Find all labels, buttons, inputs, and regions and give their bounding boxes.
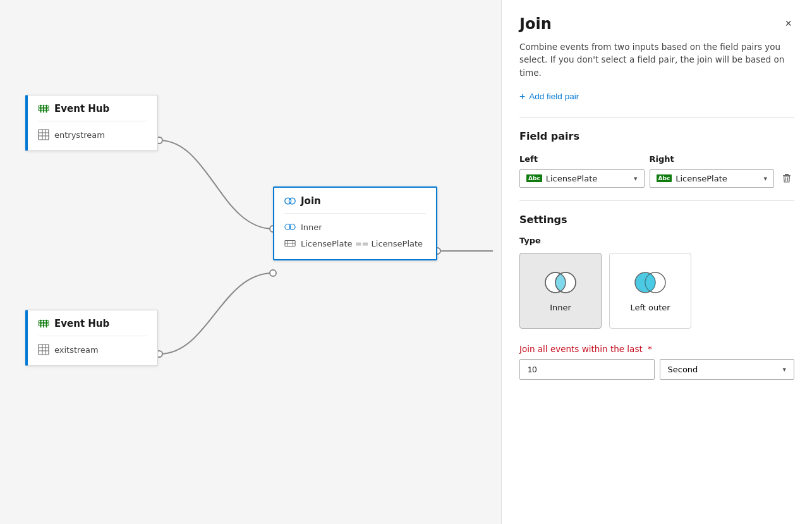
svg-point-3: [270, 270, 276, 276]
join-node-title: Join: [284, 195, 426, 207]
svg-rect-17: [40, 320, 42, 328]
left-outer-venn-diagram: [631, 269, 669, 296]
left-field-dropdown[interactable]: Abc LicensePlate ▾: [519, 169, 645, 188]
right-dropdown-chevron: ▾: [763, 174, 767, 183]
type-cards: Inner: [519, 253, 794, 329]
panel-header: Join ×: [519, 15, 794, 33]
exit-hub-title-text: Event Hub: [54, 318, 109, 329]
condition-icon: [284, 238, 296, 249]
svg-point-26: [289, 198, 295, 204]
svg-rect-19: [46, 320, 47, 328]
svg-rect-20: [39, 344, 49, 355]
join-condition-row: LicensePlate == LicensePlate: [284, 235, 426, 252]
inner-type-card[interactable]: Inner: [519, 253, 602, 329]
table-icon-exit: [38, 344, 49, 355]
settings-section: Settings Type: [519, 214, 794, 380]
connections-svg: [0, 0, 501, 524]
field-pairs-section: Field pairs Left Right Abc LicensePlate …: [519, 130, 794, 188]
left-column-label: Left: [519, 154, 538, 164]
inner-venn-diagram: [542, 269, 579, 296]
table-icon-entry: [38, 129, 49, 140]
join-node-title-text: Join: [301, 195, 321, 207]
divider-2: [519, 200, 794, 201]
join-number-input[interactable]: [519, 359, 655, 380]
divider-1: [519, 117, 794, 118]
join-venn-icon: [284, 195, 296, 207]
left-outer-type-card[interactable]: Left outer: [609, 253, 691, 329]
exit-hub-stream: exitstream: [38, 341, 147, 358]
canvas-area: Event Hub entrystream: [0, 0, 501, 524]
required-asterisk: *: [648, 344, 652, 354]
left-dropdown-chevron: ▾: [634, 174, 638, 183]
eventhub-icon-2: [38, 318, 49, 329]
left-abc-badge: Abc: [526, 174, 542, 182]
svg-rect-10: [39, 130, 49, 140]
join-unit-dropdown[interactable]: Second ▾: [660, 359, 795, 380]
right-field-dropdown[interactable]: Abc LicensePlate ▾: [650, 169, 775, 188]
right-abc-badge: Abc: [657, 174, 672, 182]
svg-rect-18: [43, 320, 44, 328]
left-outer-type-label: Left outer: [630, 303, 670, 312]
trash-icon: [782, 173, 792, 183]
join-events-row: Join all events within the last * Second…: [519, 344, 794, 380]
field-pairs-title: Field pairs: [519, 130, 794, 142]
exit-hub-node[interactable]: Event Hub exitstream: [25, 310, 158, 366]
right-panel: Join × Combine events from two inputs ba…: [501, 0, 812, 524]
exit-stream-label: exitstream: [54, 345, 99, 355]
field-pair-row: Abc LicensePlate ▾ Abc LicensePlate ▾: [519, 169, 794, 188]
inner-join-icon: [284, 221, 296, 233]
add-field-pair-button[interactable]: + Add field pair: [519, 92, 579, 102]
panel-title: Join: [519, 15, 552, 33]
exit-hub-title: Event Hub: [38, 318, 147, 329]
entry-hub-stream: entrystream: [38, 126, 147, 143]
svg-rect-7: [40, 105, 42, 113]
add-field-pair-label: Add field pair: [529, 92, 579, 101]
svg-rect-9: [46, 105, 47, 113]
join-node[interactable]: Join Inner: [273, 186, 437, 260]
delete-field-pair-button[interactable]: [779, 171, 794, 186]
entry-hub-title-text: Event Hub: [54, 103, 109, 114]
close-button[interactable]: ×: [782, 15, 794, 32]
eventhub-icon: [38, 103, 49, 114]
field-pairs-header: Left Right: [519, 152, 794, 164]
join-type-label: Inner: [301, 222, 322, 232]
join-unit-value: Second: [668, 365, 698, 374]
join-events-inputs: Second ▾: [519, 359, 794, 380]
entry-hub-title: Event Hub: [38, 103, 147, 114]
entry-hub-node[interactable]: Event Hub entrystream: [25, 95, 158, 151]
inner-type-label: Inner: [550, 303, 571, 312]
plus-icon: +: [519, 92, 525, 102]
right-field-value: LicensePlate: [676, 174, 727, 183]
entry-stream-label: entrystream: [54, 130, 105, 140]
join-type-row: Inner: [284, 219, 426, 235]
svg-rect-33: [785, 174, 789, 175]
svg-rect-34: [783, 175, 791, 176]
join-condition-text: LicensePlate == LicensePlate: [301, 239, 423, 248]
panel-description: Combine events from two inputs based on …: [519, 40, 794, 79]
left-field-value: LicensePlate: [546, 174, 598, 183]
type-label: Type: [519, 236, 794, 245]
right-column-label: Right: [650, 154, 674, 164]
svg-rect-8: [43, 105, 44, 113]
settings-title: Settings: [519, 214, 794, 226]
join-unit-chevron: ▾: [782, 365, 786, 374]
join-events-label: Join all events within the last *: [519, 344, 794, 354]
